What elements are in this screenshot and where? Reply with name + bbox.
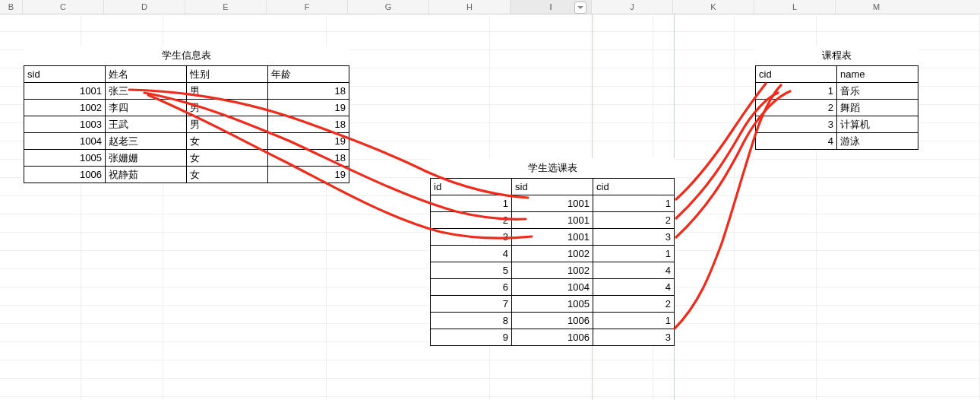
enroll-cell[interactable]: 1001 — [512, 229, 593, 246]
enroll-cell[interactable]: 2 — [431, 212, 512, 229]
courses-cell[interactable]: 音乐 — [837, 83, 918, 100]
enroll-cell[interactable]: 2 — [593, 296, 675, 313]
col-head-E[interactable]: E — [185, 0, 267, 14]
courses-cell[interactable]: 4 — [756, 133, 837, 150]
courses-cell[interactable]: 计算机 — [837, 116, 918, 133]
students-cell[interactable]: 19 — [268, 167, 349, 183]
enroll-cell[interactable]: 1 — [593, 195, 675, 212]
enroll-cell[interactable]: 1 — [593, 313, 675, 329]
col-head-G[interactable]: G — [348, 0, 429, 14]
courses-cell[interactable]: 1 — [756, 83, 837, 100]
table-row: 1005 张姗姗 女 18 — [24, 150, 349, 167]
enroll-cell[interactable]: 3 — [431, 229, 512, 246]
enroll-cell[interactable]: 1002 — [512, 246, 593, 262]
enroll-cell[interactable]: 1001 — [512, 195, 593, 212]
students-cell[interactable]: 张三 — [106, 83, 187, 100]
students-cell[interactable]: 男 — [187, 116, 268, 133]
col-head-H[interactable]: H — [429, 0, 511, 14]
students-cell[interactable]: 女 — [187, 150, 268, 167]
enroll-cell[interactable]: 4 — [593, 279, 675, 296]
courses-header-cid[interactable]: cid — [756, 66, 837, 83]
col-head-B[interactable]: B — [0, 0, 23, 14]
table-row: 1 音乐 — [756, 83, 918, 100]
students-cell[interactable]: 李四 — [106, 100, 187, 116]
students-header-gender[interactable]: 性别 — [187, 66, 268, 83]
column-dropdown-icon[interactable] — [574, 2, 586, 14]
col-head-M[interactable]: M — [836, 0, 917, 14]
students-cell[interactable]: 1002 — [24, 100, 106, 116]
courses-cell[interactable]: 3 — [756, 116, 837, 133]
col-head-I-label: I — [549, 2, 552, 11]
enroll-cell[interactable]: 6 — [431, 279, 512, 296]
col-head-D[interactable]: D — [104, 0, 185, 14]
enroll-cell[interactable]: 1006 — [512, 313, 593, 329]
table-row: id sid cid — [431, 179, 675, 195]
enroll-cell[interactable]: 1 — [593, 246, 675, 262]
students-cell[interactable]: 男 — [187, 100, 268, 116]
enroll-cell[interactable]: 3 — [593, 329, 675, 346]
col-head-I[interactable]: I — [511, 0, 592, 14]
table-row: 4 1002 1 — [431, 246, 675, 262]
table-row: 1 1001 1 — [431, 195, 675, 212]
students-cell[interactable]: 19 — [268, 100, 349, 116]
enroll-cell[interactable]: 1005 — [512, 296, 593, 313]
students-cell[interactable]: 19 — [268, 133, 349, 150]
courses-header-name[interactable]: name — [837, 66, 918, 83]
courses-cell[interactable]: 2 — [756, 100, 837, 116]
enroll-cell[interactable]: 9 — [431, 329, 512, 346]
courses-cell[interactable]: 舞蹈 — [837, 100, 918, 116]
col-head-F[interactable]: F — [267, 0, 348, 14]
students-cell[interactable]: 18 — [268, 83, 349, 100]
col-head-J[interactable]: J — [592, 0, 673, 14]
enroll-cell[interactable]: 2 — [593, 212, 675, 229]
students-cell[interactable]: 女 — [187, 167, 268, 183]
column-header-bar: B C D E F G H I J K L M — [0, 0, 980, 14]
table-row: 4 游泳 — [756, 133, 918, 150]
enroll-cell[interactable]: 5 — [431, 262, 512, 279]
students-cell[interactable]: 18 — [268, 116, 349, 133]
students-cell[interactable]: 女 — [187, 133, 268, 150]
table-row: 5 1002 4 — [431, 262, 675, 279]
enroll-header-id[interactable]: id — [431, 179, 512, 195]
students-cell[interactable]: 1004 — [24, 133, 106, 150]
enroll-cell[interactable]: 1004 — [512, 279, 593, 296]
enroll-cell[interactable]: 1006 — [512, 329, 593, 346]
table-row: 3 计算机 — [756, 116, 918, 133]
enroll-cell[interactable]: 4 — [593, 262, 675, 279]
enroll-table-title: 学生选课表 — [430, 158, 675, 178]
students-table-title: 学生信息表 — [24, 46, 349, 65]
students-header-sid[interactable]: sid — [24, 66, 106, 83]
students-cell[interactable]: 男 — [187, 83, 268, 100]
courses-table[interactable]: 课程表 cid name 1 音乐 2 舞蹈 3 计算机 4 游泳 — [755, 46, 918, 150]
enroll-cell[interactable]: 4 — [431, 246, 512, 262]
table-row: 1004 赵老三 女 19 — [24, 133, 349, 150]
enroll-cell[interactable]: 8 — [431, 313, 512, 329]
enroll-cell[interactable]: 1001 — [512, 212, 593, 229]
students-cell[interactable]: 1003 — [24, 116, 106, 133]
col-head-L[interactable]: L — [754, 0, 836, 14]
enroll-cell[interactable]: 1 — [431, 195, 512, 212]
students-cell[interactable]: 1001 — [24, 83, 106, 100]
students-cell[interactable]: 1005 — [24, 150, 106, 167]
students-header-name[interactable]: 姓名 — [106, 66, 187, 83]
spreadsheet-canvas[interactable]: B C D E F G H I J K L M 学生信息表 sid 姓名 性别 … — [0, 0, 980, 400]
table-row: 1003 王武 男 18 — [24, 116, 349, 133]
students-cell[interactable]: 赵老三 — [106, 133, 187, 150]
students-header-age[interactable]: 年龄 — [268, 66, 349, 83]
col-head-K[interactable]: K — [673, 0, 754, 14]
students-cell[interactable]: 18 — [268, 150, 349, 167]
students-table[interactable]: 学生信息表 sid 姓名 性别 年龄 1001 张三 男 18 1002 李四 … — [24, 46, 349, 183]
students-cell[interactable]: 张姗姗 — [106, 150, 187, 167]
enroll-header-cid[interactable]: cid — [593, 179, 675, 195]
table-row: cid name — [756, 66, 918, 83]
students-cell[interactable]: 王武 — [106, 116, 187, 133]
students-cell[interactable]: 1006 — [24, 167, 106, 183]
enroll-cell[interactable]: 1002 — [512, 262, 593, 279]
enroll-cell[interactable]: 3 — [593, 229, 675, 246]
col-head-C[interactable]: C — [23, 0, 104, 14]
enroll-header-sid[interactable]: sid — [512, 179, 593, 195]
enroll-table[interactable]: 学生选课表 id sid cid 1 1001 1 2 1001 2 3 100… — [430, 158, 675, 346]
students-cell[interactable]: 祝静茹 — [106, 167, 187, 183]
enroll-cell[interactable]: 7 — [431, 296, 512, 313]
courses-cell[interactable]: 游泳 — [837, 133, 918, 150]
